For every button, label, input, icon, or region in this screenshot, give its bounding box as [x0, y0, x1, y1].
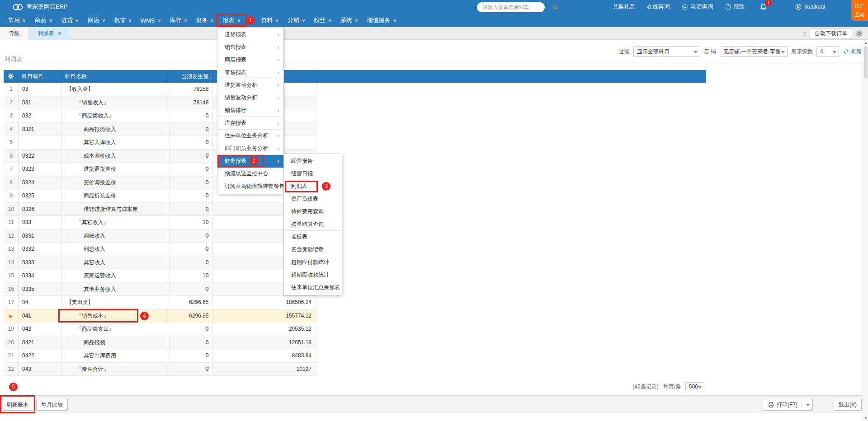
menu-item-12[interactable]: 物流轨迹监控中心› — [217, 168, 283, 180]
nav-item-2[interactable]: 商品∨ — [30, 14, 57, 27]
nav-item-9[interactable]: 报表∨1 — [218, 14, 245, 27]
nav-item-13[interactable]: 系统∨ — [336, 14, 363, 27]
scroll-down-icon[interactable]: ▼ — [863, 416, 868, 420]
gift-link[interactable]: 兑换礼品 — [613, 3, 635, 11]
submenu-item-11[interactable]: 往来单位汇总余额表 — [284, 281, 342, 294]
nav-item-1[interactable]: 常用∨ — [4, 14, 30, 27]
search-icon[interactable] — [552, 4, 558, 10]
menu-item-1[interactable]: 进货报表› — [217, 28, 283, 41]
current-amount: 0 — [170, 243, 213, 256]
nav-item-5[interactable]: 批零∨ — [109, 14, 136, 27]
accumulated-amount: 12051.18 — [212, 336, 316, 349]
scrollbar-thumb[interactable] — [864, 46, 868, 79]
submenu-item-2[interactable]: 经营日报 — [284, 168, 342, 180]
phone-service-link[interactable]: 电话咨询 — [681, 3, 713, 11]
menu-item-13[interactable]: 订阅菜鸟物流轨迹套餐包› — [217, 180, 283, 193]
table-row[interactable]: 100326借转进货结算与成本差0 — [4, 203, 316, 216]
scroll-up-icon[interactable]: ▲ — [863, 41, 868, 45]
nav-item-7[interactable]: 库存∨ — [165, 14, 192, 27]
menu-item-5[interactable]: 进货波动分析› — [217, 79, 283, 92]
display-level-select[interactable]: 4 — [816, 46, 839, 57]
monthly-compare-button[interactable]: 每月比较 — [36, 399, 68, 411]
subject-code: 0325 — [19, 189, 62, 202]
subject-code: 032 — [19, 109, 62, 122]
table-row[interactable]: 19042『商品类支出』020535.12 — [4, 323, 316, 336]
subject-name-text: 其它收入 — [84, 259, 105, 266]
refresh-button[interactable]: 刷新 — [843, 48, 862, 56]
chevron-down-icon: ∨ — [75, 18, 79, 23]
table-row[interactable]: 11033『其它收入』10 — [4, 216, 316, 229]
nav-item-4[interactable]: 网店∨ — [83, 14, 110, 27]
submenu-arrow-icon: › — [277, 155, 279, 167]
submenu-item-9[interactable]: 超期应付款统计 — [284, 256, 342, 269]
subject-filter-select[interactable]: 显示全部科目 — [633, 46, 700, 57]
table-row[interactable]: 150334买家运费收入10309.62 — [4, 269, 316, 283]
menu-search-input[interactable] — [482, 5, 552, 10]
nav-item-14[interactable]: 增值服务∨ — [363, 14, 401, 27]
submenu-arrow-icon: › — [277, 142, 279, 154]
accumulated-amount: 20535.12 — [212, 323, 316, 336]
table-row[interactable]: 200421商品报损012051.18 — [4, 336, 316, 350]
submenu-item-4[interactable]: 资产负债表 — [284, 193, 342, 206]
menu-item-10[interactable]: 部门职员业务分析› — [217, 142, 283, 155]
notification-bell[interactable]: ! — [759, 3, 768, 11]
auto-download-orders-button[interactable]: 自动下载订单 — [810, 28, 852, 38]
shop-select[interactable]: 无店铺,一个芒果君,零售 — [720, 46, 788, 57]
menu-item-11[interactable]: 财务报表›2 — [217, 155, 283, 168]
submenu-item-6[interactable]: 按单结算查询 — [284, 218, 342, 231]
tab-navigation[interactable]: 导航 — [0, 27, 29, 40]
menu-item-8[interactable]: 库存报表› — [217, 117, 283, 130]
close-tab-icon[interactable]: ✕ — [57, 31, 61, 37]
table-row[interactable]: 120331调账收入0420 — [4, 229, 316, 243]
nav-item-12[interactable]: 粉丝∨ — [309, 14, 336, 27]
tab-profit-report[interactable]: 利润表 ✕ — [29, 27, 70, 40]
chevron-down-icon — [698, 386, 702, 388]
nav-item-6[interactable]: WMS∨ — [136, 14, 165, 27]
table-row[interactable]: 210422其它出库费用08483.94 — [4, 349, 316, 363]
nav-item-3[interactable]: 进货∨ — [57, 14, 83, 27]
menu-item-9[interactable]: 往来单位业务分析› — [217, 130, 283, 142]
pagination-row: (45条记录) 每页/条 500 — [632, 382, 704, 391]
user-menu[interactable]: kuaikuai — [795, 3, 825, 10]
header-subject-name[interactable]: 科目名称 — [61, 70, 169, 83]
submenu-item-8[interactable]: 资金变动记录 — [284, 243, 342, 256]
table-row[interactable]: 130332利息收入0200 — [4, 243, 316, 256]
nav-item-8[interactable]: 财务∨ — [192, 14, 218, 27]
table-row[interactable]: 160335其他业务收入01205 — [4, 283, 316, 296]
nav-item-10[interactable]: 资料∨ — [256, 14, 283, 27]
per-page-select[interactable]: 500 — [685, 382, 704, 391]
menu-item-7[interactable]: 销售排行› — [217, 104, 283, 117]
submenu-item-1[interactable]: 经营报告 — [284, 155, 342, 168]
header-current-amount[interactable]: 当期发生额 — [169, 70, 212, 83]
online-service-link[interactable]: 在线咨询 — [647, 3, 670, 11]
chevron-down-icon — [806, 404, 810, 406]
menu-item-2[interactable]: 销售报表› — [217, 41, 283, 54]
menu-item-3[interactable]: 网店报表› — [217, 54, 283, 66]
table-row[interactable]: 140333其它收入01087 — [4, 256, 316, 270]
print-button[interactable]: 打印(F7) — [763, 399, 813, 411]
nav-item-11[interactable]: 分销∨ — [283, 14, 310, 27]
column-settings-gear-icon[interactable] — [4, 70, 18, 83]
exit-button[interactable]: 退出(X) — [834, 399, 862, 411]
detail-ledger-button[interactable]: 明细账本 — [2, 399, 33, 411]
tab-list-icon[interactable]: ≡ — [802, 30, 806, 37]
header-filler — [316, 70, 706, 83]
table-row[interactable]: 22043『费用合计』010197 — [4, 363, 316, 376]
table-row[interactable]: 1704【支出类】6296.65186506.24 — [4, 296, 316, 309]
current-amount: 0 — [170, 136, 213, 149]
submenu-item-7[interactable]: 老板表 — [284, 231, 342, 243]
submenu-item-3[interactable]: 利润表3 — [284, 180, 342, 193]
header-subject-code[interactable]: 科目编号 — [18, 70, 61, 83]
menu-item-6[interactable]: 销售波动分析› — [217, 92, 283, 104]
subject-name-text: 其它入库收入 — [84, 139, 116, 145]
help-link[interactable]: ? 帮助 — [725, 3, 745, 11]
submenu-item-5[interactable]: 待摊费用查询 — [284, 206, 342, 218]
menu-search-box[interactable] — [477, 2, 545, 12]
vertical-scrollbar[interactable]: ▲ ▼ — [863, 40, 868, 421]
row-number: 17 — [4, 296, 19, 309]
submenu-item-10[interactable]: 超期应收款统计 — [284, 269, 342, 281]
subject-code — [19, 136, 62, 149]
table-row[interactable]: ▶041『销售成本』46296.65155774.12 — [4, 309, 316, 323]
menu-item-4[interactable]: 零售报表› — [217, 66, 283, 79]
settings-gear-icon[interactable] — [856, 30, 863, 37]
